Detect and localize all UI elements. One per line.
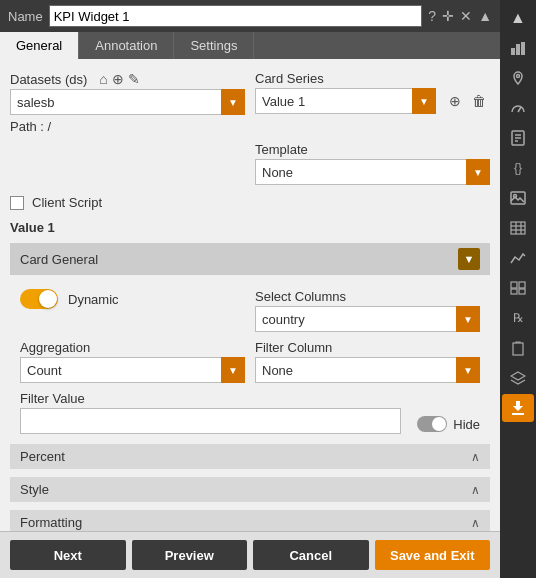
card-series-select[interactable]: Value 1 — [255, 88, 436, 114]
svg-line-4 — [518, 107, 521, 112]
formatting-label: Formatting — [20, 515, 82, 530]
dynamic-toggle-knob — [39, 290, 57, 308]
agg-filter-row: Aggregation Count ▼ Filter Column No — [20, 340, 480, 383]
add-dataset-icon[interactable]: ⊕ — [112, 71, 124, 87]
sidebar-icon-download[interactable] — [502, 394, 534, 422]
sidebar-icon-doc[interactable] — [502, 124, 534, 152]
svg-rect-18 — [511, 289, 517, 294]
client-script-row: Client Script — [10, 195, 490, 210]
svg-rect-1 — [516, 44, 520, 55]
right-sidebar: ▲ {} ℞ — [500, 0, 536, 578]
sidebar-icon-bar-chart[interactable] — [502, 34, 534, 62]
client-script-checkbox[interactable] — [10, 196, 24, 210]
footer: Next Preview Cancel Save and Exit — [0, 531, 500, 578]
close-icon[interactable]: ✕ — [460, 8, 472, 24]
svg-rect-19 — [519, 289, 525, 294]
dynamic-label: Dynamic — [68, 292, 119, 307]
filter-value-label: Filter Value — [20, 391, 401, 406]
filter-value-input[interactable] — [20, 408, 401, 434]
tabs: General Annotation Settings — [0, 32, 500, 59]
path-row: Path : / — [10, 119, 490, 134]
delete-card-series-icon[interactable]: 🗑 — [468, 88, 490, 114]
svg-rect-16 — [511, 282, 517, 288]
help-icon[interactable]: ? — [428, 8, 436, 24]
card-series-label: Card Series — [255, 71, 324, 86]
sidebar-icon-gauge[interactable] — [502, 94, 534, 122]
cancel-button[interactable]: Cancel — [253, 540, 369, 570]
template-label: Template — [255, 142, 490, 157]
datasets-label: Datasets (ds) — [10, 72, 87, 87]
sidebar-icon-image[interactable] — [502, 184, 534, 212]
add-card-series-icon[interactable]: ⊕ — [444, 88, 466, 114]
svg-rect-22 — [512, 413, 524, 415]
filter-column-wrapper: None ▼ — [255, 357, 480, 383]
percent-arrow: ∧ — [471, 450, 480, 464]
select-columns-wrapper: country ▼ — [255, 306, 480, 332]
sidebar-icon-rx[interactable]: ℞ — [502, 304, 534, 332]
aggregation-label: Aggregation — [20, 340, 245, 355]
path-value: / — [48, 119, 52, 134]
path-label: Path : — [10, 119, 44, 134]
dynamic-toggle[interactable] — [20, 289, 58, 309]
aggregation-wrapper: Count ▼ — [20, 357, 245, 383]
datasets-select[interactable]: salesb — [10, 89, 245, 115]
collapse-icon[interactable]: ▲ — [478, 8, 492, 24]
style-section[interactable]: Style ∧ — [10, 477, 490, 502]
content-area: Datasets (ds) ⌂ ⊕ ✎ salesb ▼ — [0, 59, 500, 531]
hide-toggle[interactable] — [417, 416, 447, 432]
card-general-label: Card General — [20, 252, 98, 267]
sidebar-icon-map[interactable] — [502, 64, 534, 92]
percent-section[interactable]: Percent ∧ — [10, 444, 490, 469]
hide-row: Hide — [417, 416, 480, 434]
tab-annotation[interactable]: Annotation — [79, 32, 174, 59]
template-select-wrapper: None ▼ — [255, 159, 490, 185]
widget-title-input[interactable] — [49, 5, 423, 27]
svg-rect-2 — [521, 42, 525, 55]
home-icon[interactable]: ⌂ — [99, 71, 107, 87]
name-label: Name — [8, 9, 43, 24]
tab-settings[interactable]: Settings — [174, 32, 254, 59]
select-columns-select[interactable]: country — [255, 306, 480, 332]
filter-column-select[interactable]: None — [255, 357, 480, 383]
sidebar-icon-layers[interactable] — [502, 364, 534, 392]
card-series-select-wrapper: Value 1 ▼ — [255, 88, 436, 114]
percent-label: Percent — [20, 449, 65, 464]
svg-rect-20 — [513, 343, 523, 355]
hide-toggle-knob — [432, 417, 446, 431]
aggregation-select[interactable]: Count — [20, 357, 245, 383]
title-icons: ? ✛ ✕ ▲ — [428, 8, 492, 24]
svg-marker-21 — [511, 372, 525, 380]
formatting-arrow: ∧ — [471, 516, 480, 530]
sidebar-icon-upload[interactable]: ▲ — [502, 4, 534, 32]
hide-label: Hide — [453, 417, 480, 432]
sidebar-icon-table[interactable] — [502, 214, 534, 242]
card-general-header[interactable]: Card General ▼ — [10, 243, 490, 275]
filter-column-label: Filter Column — [255, 340, 480, 355]
svg-point-3 — [517, 75, 520, 78]
preview-button[interactable]: Preview — [132, 540, 248, 570]
sidebar-icon-line-chart[interactable] — [502, 244, 534, 272]
style-arrow: ∧ — [471, 483, 480, 497]
datasets-select-wrapper: salesb ▼ — [10, 89, 245, 115]
formatting-section[interactable]: Formatting ∧ — [10, 510, 490, 531]
card-general-content: Dynamic Select Columns country ▼ — [10, 283, 490, 440]
sidebar-icon-clipboard[interactable] — [502, 334, 534, 362]
sidebar-icon-group[interactable] — [502, 274, 534, 302]
value-section-title: Value 1 — [10, 220, 490, 235]
next-button[interactable]: Next — [10, 540, 126, 570]
save-button[interactable]: Save and Exit — [375, 540, 491, 570]
client-script-label: Client Script — [32, 195, 102, 210]
edit-dataset-icon[interactable]: ✎ — [128, 71, 140, 87]
svg-rect-11 — [511, 222, 525, 234]
sidebar-icon-code[interactable]: {} — [502, 154, 534, 182]
svg-rect-17 — [519, 282, 525, 288]
filter-value-row: Filter Value Hide — [20, 391, 480, 434]
tab-general[interactable]: General — [0, 32, 79, 59]
move-icon[interactable]: ✛ — [442, 8, 454, 24]
select-columns-label: Select Columns — [255, 289, 480, 304]
svg-rect-0 — [511, 48, 515, 55]
template-select[interactable]: None — [255, 159, 490, 185]
style-label: Style — [20, 482, 49, 497]
card-general-toggle[interactable]: ▼ — [458, 248, 480, 270]
title-bar: Name ? ✛ ✕ ▲ — [0, 0, 500, 32]
